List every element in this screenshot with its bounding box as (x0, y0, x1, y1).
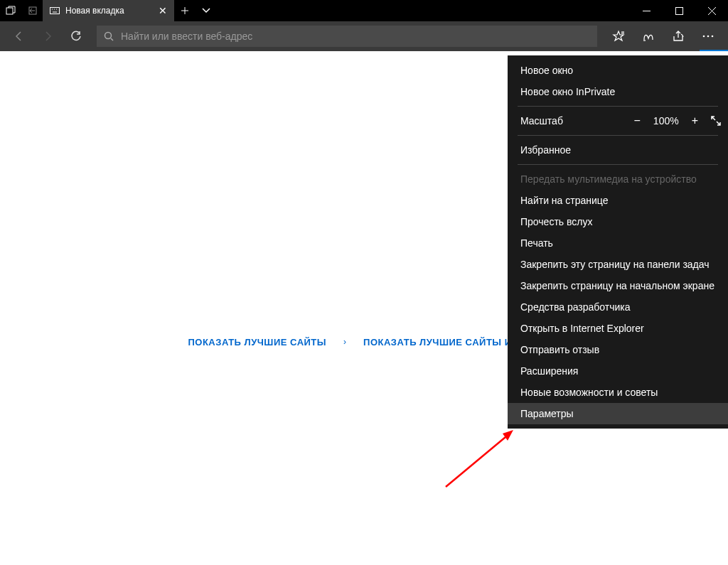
search-icon (104, 31, 114, 41)
address-bar-placeholder: Найти или ввести веб-адрес (121, 31, 252, 42)
svg-rect-10 (675, 7, 682, 14)
svg-point-19 (712, 36, 714, 38)
menu-print[interactable]: Печать (508, 232, 728, 254)
menu-extensions[interactable]: Расширения (508, 360, 728, 382)
svg-point-17 (703, 36, 705, 38)
menu-separator (518, 106, 718, 107)
more-button[interactable] (694, 23, 722, 50)
minimize-button[interactable] (630, 0, 663, 21)
svg-rect-0 (6, 8, 13, 14)
zoom-in-button[interactable]: + (692, 114, 698, 127)
maximize-button[interactable] (663, 0, 695, 21)
set-aside-icon[interactable] (21, 0, 43, 21)
close-tab-button[interactable]: ✕ (159, 5, 167, 16)
menu-separator (518, 135, 718, 136)
svg-line-14 (111, 38, 113, 41)
menu-find[interactable]: Найти на странице (508, 190, 728, 211)
menu-whats-new[interactable]: Новые возможности и советы (508, 382, 728, 403)
menu-favorites[interactable]: Избранное (508, 139, 728, 161)
menu-settings[interactable]: Параметры (508, 403, 728, 424)
share-button[interactable] (664, 23, 692, 50)
svg-point-18 (707, 36, 710, 38)
titlebar: Новая вкладка ✕ (0, 0, 728, 21)
tab-actions-icon[interactable] (0, 0, 21, 21)
menu-pin-start[interactable]: Закрепить страницу на начальном экране (508, 275, 728, 296)
svg-rect-2 (50, 8, 60, 14)
menu-new-window[interactable]: Новое окно (508, 60, 728, 81)
menu-read-aloud[interactable]: Прочесть вслух (508, 211, 728, 232)
menu-open-ie[interactable]: Открыть в Internet Explorer (508, 318, 728, 339)
svg-point-13 (105, 33, 112, 39)
fullscreen-button[interactable] (711, 116, 721, 126)
address-bar[interactable]: Найти или ввести веб-адрес (97, 26, 597, 47)
reading-list-button[interactable] (634, 23, 663, 50)
back-button[interactable] (6, 23, 33, 50)
toolbar: Найти или ввести веб-адрес (0, 21, 728, 51)
settings-menu: Новое окно Новое окно InPrivate Масштаб … (508, 55, 728, 429)
tab-title: Новая вкладка (65, 6, 124, 16)
zoom-label: Масштаб (520, 115, 563, 127)
browser-tab[interactable]: Новая вкладка ✕ (43, 0, 174, 21)
window-controls (630, 0, 728, 21)
new-tab-button[interactable] (174, 0, 196, 21)
favorites-button[interactable] (604, 23, 633, 50)
zoom-value: 100% (653, 115, 679, 127)
zoom-out-button[interactable]: − (634, 114, 641, 127)
menu-separator (518, 164, 718, 165)
menu-new-inprivate[interactable]: Новое окно InPrivate (508, 81, 728, 102)
menu-devtools[interactable]: Средства разработчика (508, 296, 728, 318)
tab-preview-button[interactable] (196, 0, 217, 21)
forward-button[interactable] (34, 23, 61, 50)
keyboard-icon (50, 7, 60, 14)
menu-cast: Передать мультимедиа на устройство (508, 168, 728, 190)
chevron-right-icon: › (343, 337, 346, 348)
menu-pin-taskbar[interactable]: Закрепить эту страницу на панели задач (508, 254, 728, 275)
close-window-button[interactable] (695, 0, 728, 21)
menu-zoom-row: Масштаб − 100% + (508, 110, 728, 131)
refresh-button[interactable] (63, 23, 90, 50)
menu-feedback[interactable]: Отправить отзыв (508, 339, 728, 360)
show-top-sites-link[interactable]: ПОКАЗАТЬ ЛУЧШИЕ САЙТЫ (188, 337, 326, 348)
